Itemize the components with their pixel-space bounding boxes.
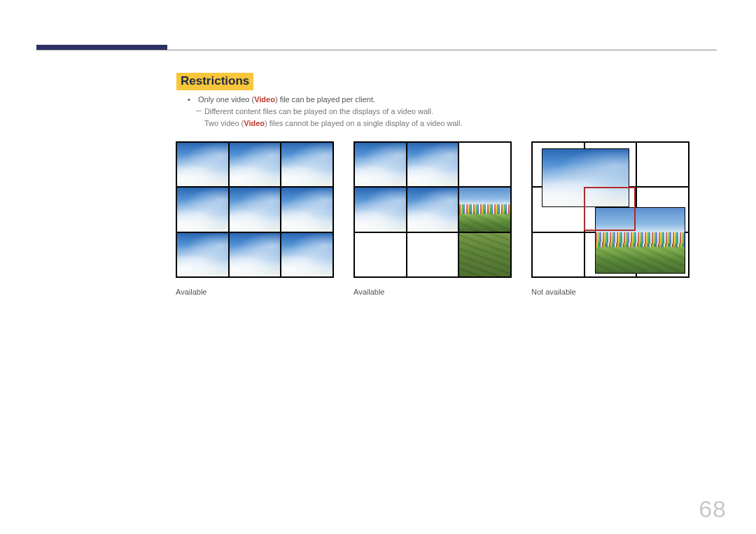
wall-cell-empty xyxy=(637,143,688,186)
header-rule xyxy=(36,50,717,50)
wall-cell xyxy=(230,233,281,276)
overlap-video-b-content xyxy=(596,208,685,274)
wall-cell-empty xyxy=(459,143,510,186)
section-heading: Restrictions xyxy=(176,73,253,90)
overlap-video-a xyxy=(542,148,629,207)
sub2-pre: Two video ( xyxy=(204,119,244,127)
wall-cell xyxy=(177,233,228,276)
video-wall-1 xyxy=(176,141,334,278)
wall-cell xyxy=(281,233,332,276)
wall-cell xyxy=(281,143,332,186)
bullet-text-post: ) file can be played per client. xyxy=(275,95,375,104)
wall-cell xyxy=(407,143,458,186)
sub2-post: ) files cannot be played on a single dis… xyxy=(265,119,463,127)
wall-cell-empty xyxy=(407,233,458,276)
wall-cell-field xyxy=(459,233,510,276)
wall-cell xyxy=(355,143,406,186)
bullet-video-word: Video xyxy=(254,95,275,104)
video-wall-3 xyxy=(531,141,690,278)
wall-cell xyxy=(177,188,228,231)
bullet-main: • Only one video (Video) file can be pla… xyxy=(188,94,463,106)
document-page: Restrictions • Only one video (Video) fi… xyxy=(0,0,756,534)
wall-cell-empty xyxy=(533,233,584,276)
sub2-video-word: Video xyxy=(244,119,265,127)
sub-bullet-2: Two video (Video) files cannot be played… xyxy=(204,118,463,129)
wall-cell xyxy=(281,188,332,231)
header-accent-bar xyxy=(36,45,167,50)
wall-cell-field xyxy=(459,188,510,231)
wall-cell xyxy=(230,188,281,231)
bullet-dot-icon: • xyxy=(188,94,196,106)
wall-cell xyxy=(177,143,228,186)
wall-cell xyxy=(407,188,458,231)
page-number: 68 xyxy=(699,496,727,523)
wall-cell xyxy=(230,143,281,186)
video-wall-2 xyxy=(354,141,512,278)
wall-cell-empty xyxy=(355,233,406,276)
figures-row: Available Available xyxy=(176,141,690,296)
restrictions-text: • Only one video (Video) file can be pla… xyxy=(188,94,463,129)
bullet-text-pre: Only one video ( xyxy=(198,95,254,104)
overlap-video-a-content xyxy=(542,149,628,206)
sub-bullet-1: Different content files can be played on… xyxy=(204,106,463,118)
wall-cell xyxy=(355,188,406,231)
figure-3: Not available xyxy=(531,141,690,296)
figure-2: Available xyxy=(354,141,512,296)
figure-3-caption: Not available xyxy=(531,288,690,296)
overlap-video-b xyxy=(595,207,685,274)
figure-1: Available xyxy=(176,141,334,296)
figure-2-caption: Available xyxy=(354,288,512,296)
figure-1-caption: Available xyxy=(176,288,334,296)
